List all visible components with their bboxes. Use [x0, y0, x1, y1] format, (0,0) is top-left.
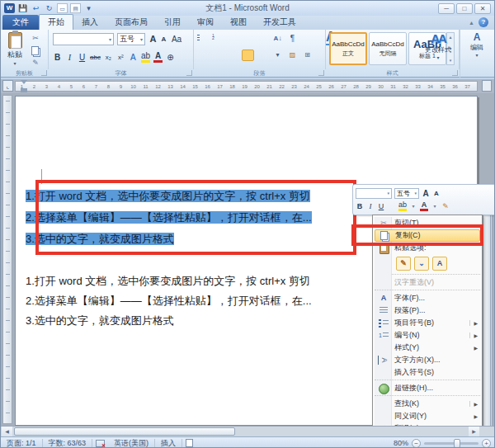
- vertical-scrollbar[interactable]: ▲ ▼ ▲ ● ▼: [481, 186, 493, 426]
- increase-indent-button[interactable]: [257, 33, 269, 45]
- paste-dropdown-icon[interactable]: ▾: [4, 60, 26, 66]
- bold-button[interactable]: B: [53, 53, 62, 62]
- undo-icon[interactable]: ↩: [31, 3, 41, 13]
- zoom-out-icon[interactable]: −: [412, 439, 421, 448]
- ribbon-tab[interactable]: 开始: [39, 14, 73, 30]
- paste-button[interactable]: 粘贴 ▾: [4, 32, 26, 67]
- font-name-combo[interactable]: ▾: [53, 33, 114, 45]
- minibar-format-painter[interactable]: ✎: [441, 201, 450, 212]
- vscroll-thumb[interactable]: [483, 197, 491, 426]
- qat-dropdown-icon[interactable]: ▾: [83, 3, 94, 13]
- borders-button[interactable]: ⊞: [301, 50, 314, 61]
- shrink-font-button[interactable]: A: [159, 33, 168, 45]
- page-count[interactable]: 页面: 1/1: [1, 439, 43, 448]
- line-spacing-button[interactable]: ▾: [271, 50, 284, 61]
- context-menu-item[interactable]: 同义词(Y) ▶: [375, 410, 480, 422]
- justify-button[interactable]: [242, 50, 254, 61]
- text-line[interactable]: 3.选中的文字，就变成图片格式: [26, 311, 342, 331]
- help-icon[interactable]: ?: [478, 17, 488, 27]
- highlight-color-button[interactable]: ab: [141, 52, 150, 63]
- minibar-underline[interactable]: U: [377, 201, 385, 212]
- language-indicator[interactable]: 英语(美国): [108, 439, 155, 448]
- minibar-bold[interactable]: B: [356, 201, 364, 212]
- ribbon-tab[interactable]: 审阅: [189, 15, 222, 30]
- restore-button[interactable]: □: [456, 3, 473, 14]
- sort-button[interactable]: A↓: [271, 33, 284, 45]
- bullets-button[interactable]: [197, 33, 210, 45]
- minimize-ribbon-icon[interactable]: ▲: [469, 20, 474, 26]
- zoom-slider-thumb[interactable]: [454, 439, 460, 448]
- format-painter-icon[interactable]: ✎: [29, 58, 42, 68]
- minibar-grow-font[interactable]: A: [422, 188, 430, 199]
- change-styles-button[interactable]: AA 更改样式 ▾: [420, 31, 456, 60]
- minibar-shrink-font[interactable]: A: [432, 188, 441, 199]
- change-case-button[interactable]: Aa: [170, 33, 183, 45]
- document-page[interactable]: 1.打开 word 文档，选中你要变成图片的文字，按 ctrl+x 剪切2.选择…: [15, 96, 478, 426]
- tab-selector[interactable]: ⌞: [2, 80, 13, 92]
- ribbon-tab[interactable]: 插入: [73, 15, 106, 30]
- scroll-left-icon[interactable]: ◀: [2, 427, 12, 436]
- context-menu-item[interactable]: 项目符号(B) ▶: [375, 317, 480, 329]
- copy-icon[interactable]: [29, 45, 42, 55]
- enclose-character-button[interactable]: ⊕: [166, 53, 175, 62]
- ruler-toggle-button[interactable]: [482, 80, 492, 92]
- first-line-indent-marker[interactable]: [21, 80, 27, 84]
- context-menu-item[interactable]: 汉字重选(V) ▶: [375, 276, 480, 290]
- left-indent-marker[interactable]: [21, 88, 27, 92]
- word-count[interactable]: 字数: 63/63: [43, 439, 93, 448]
- minibar-highlight-dropdown[interactable]: ▾: [409, 201, 417, 212]
- distribute-button[interactable]: [257, 50, 269, 61]
- minibar-highlight[interactable]: ab: [398, 201, 407, 211]
- macro-record-icon[interactable]: [186, 439, 193, 447]
- vertical-ruler[interactable]: [2, 95, 12, 424]
- save-icon[interactable]: 💾: [17, 3, 28, 13]
- context-menu-item[interactable]: 超链接(H)... ▶: [375, 382, 480, 396]
- editing-button[interactable]: A 编辑 ▾: [463, 31, 491, 58]
- clipboard-dialog-launcher[interactable]: [41, 70, 47, 76]
- font-size-combo[interactable]: 五号▾: [117, 33, 145, 45]
- minibar-font-combo[interactable]: ▾: [356, 188, 392, 199]
- superscript-button[interactable]: x²: [116, 54, 125, 61]
- text-line[interactable]: 2.选择菜单【编辑】——【选择性粘贴】，打开对话框，在...: [26, 291, 342, 311]
- paste-keep-formatting-button[interactable]: ✎: [396, 257, 411, 271]
- spell-check-icon[interactable]: [96, 440, 105, 447]
- ribbon-tab[interactable]: 视图: [222, 15, 255, 30]
- decrease-indent-button[interactable]: [242, 33, 254, 45]
- context-menu-item[interactable]: 查找(K) ▶: [375, 398, 480, 410]
- zoom-level[interactable]: 80%: [394, 439, 408, 447]
- text-effects-button[interactable]: A: [129, 53, 138, 62]
- normal-text-block[interactable]: 1.打开 word 文档，选中你要变成图片的文字，按 ctrl+x 剪切2.选择…: [26, 271, 342, 331]
- horizontal-ruler[interactable]: 1234567891011121314151617181920212223242…: [15, 81, 478, 92]
- italic-button[interactable]: I: [65, 53, 74, 62]
- redo-icon[interactable]: ↻: [44, 3, 54, 13]
- grow-font-button[interactable]: A: [148, 33, 158, 45]
- context-menu-item[interactable]: 段落(P)... ▶: [375, 304, 480, 317]
- print-preview-icon[interactable]: ▤: [70, 3, 81, 13]
- context-menu-item[interactable]: 样式(Y) ▶: [375, 342, 480, 354]
- ribbon-tab[interactable]: 页面布局: [106, 15, 156, 30]
- zoom-in-icon[interactable]: +: [482, 439, 491, 448]
- context-menu-item[interactable]: 翻译(S) ▶: [375, 422, 480, 426]
- minibar-font-color-dropdown[interactable]: ▾: [431, 201, 439, 212]
- scroll-right-icon[interactable]: ▶: [469, 427, 479, 436]
- context-menu-item[interactable]: 字体(F)... ▶: [375, 292, 480, 304]
- cut-icon[interactable]: ✂: [29, 33, 42, 43]
- paste-merge-formatting-button[interactable]: ⌄: [414, 257, 429, 271]
- font-color-button[interactable]: A: [153, 52, 163, 63]
- context-menu-item[interactable]: 插入符号(S) ▶: [375, 366, 480, 380]
- ribbon-tab[interactable]: 开发工具: [255, 15, 304, 30]
- minimize-button[interactable]: ─: [438, 3, 455, 14]
- ribbon-tab[interactable]: 文件: [2, 15, 39, 30]
- minibar-italic[interactable]: I: [366, 201, 375, 212]
- font-dialog-launcher[interactable]: [186, 70, 192, 76]
- insert-mode-indicator[interactable]: 插入: [155, 439, 182, 448]
- ribbon-tab[interactable]: 引用: [156, 15, 189, 30]
- close-button[interactable]: ✕: [474, 3, 491, 14]
- align-left-button[interactable]: [197, 50, 210, 61]
- horizontal-scrollbar[interactable]: ◀ ▶: [1, 426, 494, 436]
- style-card[interactable]: AaBbCcDd 无间隔: [369, 32, 407, 65]
- word-logo-icon[interactable]: W: [4, 3, 15, 13]
- align-center-button[interactable]: [212, 50, 224, 61]
- minibar-size-combo[interactable]: 五号▾: [394, 188, 419, 199]
- paragraph-dialog-launcher[interactable]: [318, 70, 324, 76]
